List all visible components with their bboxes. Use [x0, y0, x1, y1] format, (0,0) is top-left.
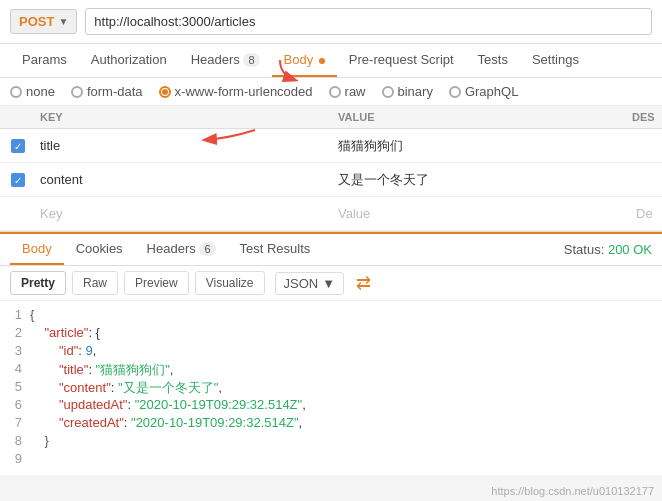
code-line: 1 { — [0, 307, 662, 325]
th-key: KEY — [36, 111, 334, 123]
response-toolbar: Pretty Raw Preview Visualize JSON ▼ ⇄ — [0, 266, 662, 301]
resp-tab-body[interactable]: Body — [10, 234, 64, 265]
td-value-2[interactable]: 又是一个冬天了 — [334, 165, 632, 195]
td-check-2[interactable]: ✓ — [0, 172, 36, 188]
body-dot — [319, 58, 325, 64]
url-bar: POST ▼ — [0, 0, 662, 44]
code-area: 1 { 2 "article": { 3 "id": 9, 4 "title":… — [0, 301, 662, 475]
resp-headers-badge: 6 — [199, 242, 215, 256]
code-line: 6 "updatedAt": "2020-10-19T09:29:32.514Z… — [0, 397, 662, 415]
td-value-3[interactable]: Value — [334, 200, 632, 227]
line-number: 6 — [0, 397, 30, 415]
line-content: } — [30, 433, 49, 451]
td-key-1[interactable]: title — [36, 132, 334, 159]
line-number: 7 — [0, 415, 30, 433]
code-line: 2 "article": { — [0, 325, 662, 343]
line-content: "createdAt": "2020-10-19T09:29:32.514Z", — [30, 415, 302, 433]
tab-headers[interactable]: Headers 8 — [179, 44, 272, 77]
td-desc-3[interactable]: De — [632, 200, 662, 227]
radio-circle-binary — [382, 86, 394, 98]
line-content: "article": { — [30, 325, 100, 343]
td-desc-2 — [632, 174, 662, 186]
line-content: "updatedAt": "2020-10-19T09:29:32.514Z", — [30, 397, 306, 415]
params-table: KEY VALUE DES ✓ title 猫猫狗狗们 ✓ content 又是… — [0, 106, 662, 232]
radio-circle-form-data — [71, 86, 83, 98]
code-line: 9 — [0, 451, 662, 469]
status-label: Status: — [564, 242, 604, 257]
body-type-row: none form-data x-www-form-urlencoded raw… — [0, 78, 662, 106]
table-header: KEY VALUE DES — [0, 106, 662, 129]
resp-tab-cookies[interactable]: Cookies — [64, 234, 135, 265]
request-tabs: Params Authorization Headers 8 Body Pre-… — [0, 44, 662, 78]
app-container: POST ▼ Params Authorization Headers 8 Bo… — [0, 0, 662, 501]
method-select[interactable]: POST ▼ — [10, 9, 77, 34]
response-tabs-bar: Body Cookies Headers 6 Test Results Stat… — [0, 232, 662, 266]
table-row: ✓ content 又是一个冬天了 — [0, 163, 662, 197]
radio-raw[interactable]: raw — [329, 84, 366, 99]
tab-settings[interactable]: Settings — [520, 44, 591, 77]
radio-circle-graphql — [449, 86, 461, 98]
raw-button[interactable]: Raw — [72, 271, 118, 295]
visualize-button[interactable]: Visualize — [195, 271, 265, 295]
line-number: 5 — [0, 379, 30, 397]
watermark: https://blog.csdn.net/u010132177 — [491, 485, 654, 497]
line-content: "id": 9, — [30, 343, 96, 361]
tab-body[interactable]: Body — [272, 44, 337, 77]
line-content: "title": "猫猫狗狗们", — [30, 361, 173, 379]
code-line: 3 "id": 9, — [0, 343, 662, 361]
code-line: 8 } — [0, 433, 662, 451]
status-value: 200 OK — [608, 242, 652, 257]
td-value-1[interactable]: 猫猫狗狗们 — [334, 131, 632, 161]
line-number: 8 — [0, 433, 30, 451]
resp-tab-test-results[interactable]: Test Results — [228, 234, 323, 265]
status-area: Status: 200 OK — [564, 242, 652, 257]
tab-pre-request-script[interactable]: Pre-request Script — [337, 44, 466, 77]
code-line: 4 "title": "猫猫狗狗们", — [0, 361, 662, 379]
tab-authorization[interactable]: Authorization — [79, 44, 179, 77]
resp-tab-headers[interactable]: Headers 6 — [135, 234, 228, 265]
radio-circle-none — [10, 86, 22, 98]
line-number: 3 — [0, 343, 30, 361]
radio-binary[interactable]: binary — [382, 84, 433, 99]
line-content: { — [30, 307, 34, 325]
radio-none[interactable]: none — [10, 84, 55, 99]
th-value: VALUE — [334, 111, 632, 123]
code-line: 5 "content": "又是一个冬天了", — [0, 379, 662, 397]
line-number: 1 — [0, 307, 30, 325]
chevron-down-icon: ▼ — [58, 16, 68, 27]
radio-circle-urlencoded — [159, 86, 171, 98]
table-row-empty: Key Value De — [0, 197, 662, 231]
code-line: 7 "createdAt": "2020-10-19T09:29:32.514Z… — [0, 415, 662, 433]
tab-params[interactable]: Params — [10, 44, 79, 77]
th-desc: DES — [632, 111, 662, 123]
td-desc-1 — [632, 140, 662, 152]
td-check-1[interactable]: ✓ — [0, 138, 36, 154]
pretty-button[interactable]: Pretty — [10, 271, 66, 295]
chevron-down-icon: ▼ — [322, 276, 335, 291]
td-key-3[interactable]: Key — [36, 200, 334, 227]
line-content: "content": "又是一个冬天了", — [30, 379, 222, 397]
preview-button[interactable]: Preview — [124, 271, 189, 295]
line-number: 4 — [0, 361, 30, 379]
format-label: JSON — [284, 276, 319, 291]
table-row: ✓ title 猫猫狗狗们 — [0, 129, 662, 163]
radio-graphql[interactable]: GraphQL — [449, 84, 518, 99]
method-label: POST — [19, 14, 54, 29]
checkbox-1[interactable]: ✓ — [11, 139, 25, 153]
wrap-icon[interactable]: ⇄ — [356, 272, 371, 294]
td-key-2[interactable]: content — [36, 166, 334, 193]
url-input[interactable] — [85, 8, 652, 35]
tab-tests[interactable]: Tests — [466, 44, 520, 77]
th-check — [0, 111, 36, 123]
checkbox-2[interactable]: ✓ — [11, 173, 25, 187]
headers-badge: 8 — [243, 53, 259, 67]
line-number: 2 — [0, 325, 30, 343]
radio-form-data[interactable]: form-data — [71, 84, 143, 99]
line-number: 9 — [0, 451, 30, 469]
radio-urlencoded[interactable]: x-www-form-urlencoded — [159, 84, 313, 99]
format-select[interactable]: JSON ▼ — [275, 272, 345, 295]
radio-circle-raw — [329, 86, 341, 98]
